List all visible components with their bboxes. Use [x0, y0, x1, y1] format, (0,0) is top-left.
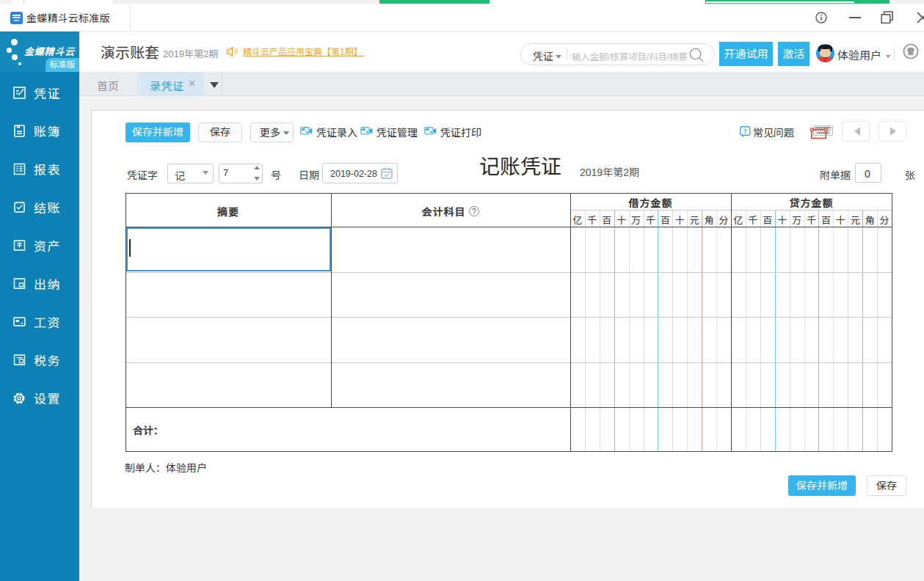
svg-text:?: ?	[743, 128, 748, 135]
